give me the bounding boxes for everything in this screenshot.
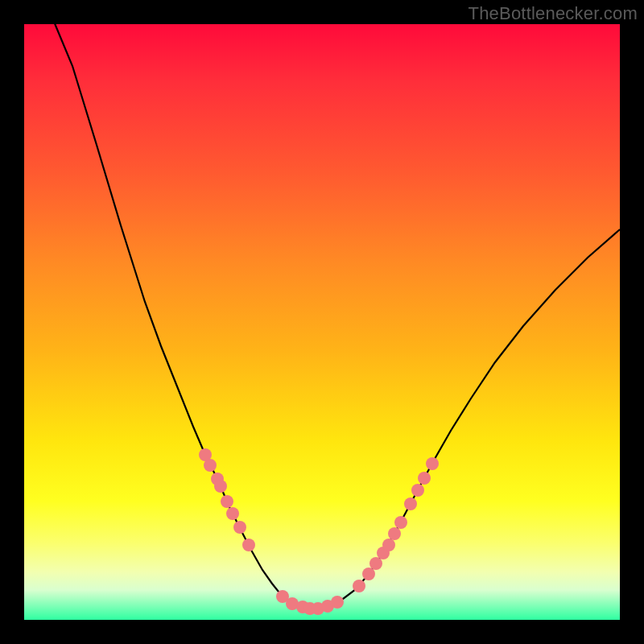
marker-dot	[394, 516, 407, 529]
marker-dot	[369, 557, 382, 570]
marker-dot	[411, 484, 424, 497]
marker-dot	[204, 459, 217, 472]
marker-dot	[331, 596, 344, 609]
marker-dot	[362, 568, 375, 580]
watermark-text: TheBottlenecker.com	[469, 3, 638, 24]
bottleneck-curve	[48, 8, 620, 609]
outer-frame: TheBottlenecker.com	[0, 0, 644, 644]
chart-gradient-area	[24, 24, 620, 620]
marker-dot	[221, 495, 233, 508]
marker-dot	[226, 507, 239, 520]
marker-dot	[382, 539, 395, 551]
marker-dot	[388, 527, 401, 540]
marker-dot	[404, 497, 417, 510]
marker-dot	[214, 480, 227, 493]
marker-dot	[426, 457, 439, 470]
marker-group	[199, 448, 439, 615]
marker-dot	[418, 472, 431, 485]
marker-dot	[233, 521, 246, 534]
marker-dot	[353, 580, 365, 592]
chart-svg	[24, 24, 620, 620]
marker-dot	[242, 539, 255, 551]
